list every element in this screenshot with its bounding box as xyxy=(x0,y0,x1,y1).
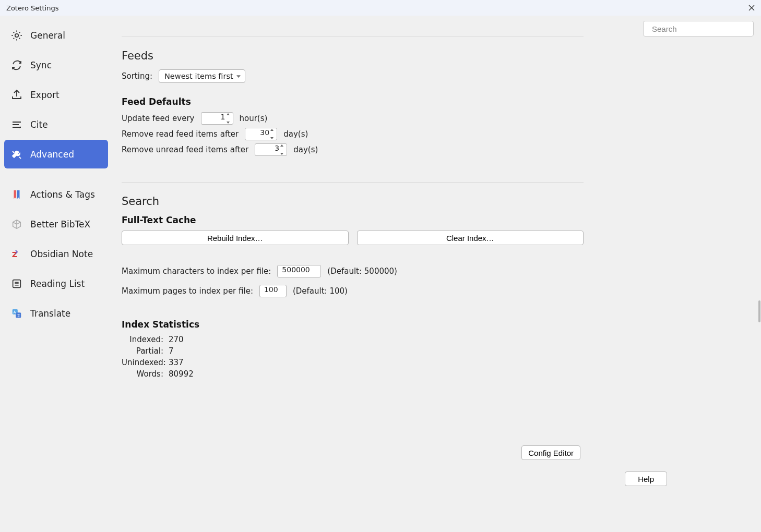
export-icon xyxy=(10,89,23,101)
feeds-sorting-row: Sorting: Newest items first xyxy=(122,69,584,83)
svg-point-0 xyxy=(15,33,18,37)
clear-index-button[interactable]: Clear Index… xyxy=(357,231,584,245)
sidebar-item-reading-list[interactable]: Reading List xyxy=(4,269,108,298)
content-scroll: Feeds Sorting: Newest items first Feed D… xyxy=(122,16,584,475)
max-chars-input[interactable]: 500000 xyxy=(277,265,321,277)
remove-read-input[interactable]: 30 xyxy=(245,128,277,140)
sorting-select[interactable]: Newest items first xyxy=(159,69,245,83)
stat-unindexed-value: 337 xyxy=(169,358,584,367)
feed-defaults-heading: Feed Defaults xyxy=(122,96,584,107)
max-pages-row: Maximum pages to index per file: 100 (De… xyxy=(122,285,584,297)
bibtex-icon xyxy=(10,218,23,231)
stat-unindexed-label: Unindexed: xyxy=(122,358,163,367)
sidebar-item-label: Obsidian Note xyxy=(30,249,93,259)
sidebar-item-label: Export xyxy=(30,90,60,100)
sidebar-item-general[interactable]: General xyxy=(4,21,108,50)
sync-icon xyxy=(10,59,23,71)
spinner-icon xyxy=(227,113,232,124)
window-title: Zotero Settings xyxy=(6,4,746,12)
tools-icon xyxy=(10,148,23,161)
obsidian-icon: Z xyxy=(10,248,23,260)
cache-button-row: Rebuild Index… Clear Index… xyxy=(122,231,584,245)
sorting-label: Sorting: xyxy=(122,71,152,81)
sidebar-item-cite[interactable]: Cite xyxy=(4,110,108,139)
fulltext-cache-heading: Full-Text Cache xyxy=(122,215,584,225)
stat-words-value: 80992 xyxy=(169,369,584,379)
stat-words-label: Words: xyxy=(122,369,163,379)
scrollbar-thumb[interactable] xyxy=(758,300,760,322)
update-feed-row: Update feed every 1 hour(s) xyxy=(122,112,584,125)
spinner-icon xyxy=(280,144,286,155)
spinner-icon xyxy=(270,129,276,139)
search-input[interactable] xyxy=(651,24,752,34)
sidebar-item-advanced[interactable]: Advanced xyxy=(4,140,108,168)
gear-icon xyxy=(10,29,23,42)
sidebar-item-label: Advanced xyxy=(30,149,74,160)
main-panel: Feeds Sorting: Newest items first Feed D… xyxy=(112,16,761,532)
titlebar: Zotero Settings xyxy=(0,0,761,16)
update-feed-label: Update feed every xyxy=(122,114,195,123)
sidebar-item-label: Cite xyxy=(30,119,48,130)
config-editor-button[interactable]: Config Editor xyxy=(521,445,580,460)
max-pages-label: Maximum pages to index per file: xyxy=(122,286,253,296)
remove-read-unit: day(s) xyxy=(283,129,308,139)
max-pages-default: (Default: 100) xyxy=(293,286,348,296)
translate-icon: A文 xyxy=(10,307,23,320)
stat-indexed-value: 270 xyxy=(169,335,584,344)
stat-partial-value: 7 xyxy=(169,346,584,356)
remove-unread-label: Remove unread feed items after xyxy=(122,145,248,154)
settings-search[interactable] xyxy=(643,21,754,37)
sidebar-item-label: General xyxy=(30,30,65,41)
max-pages-input[interactable]: 100 xyxy=(259,285,287,297)
max-chars-row: Maximum characters to index per file: 50… xyxy=(122,265,584,277)
feeds-heading: Feeds xyxy=(122,50,584,62)
sidebar-item-label: Better BibTeX xyxy=(30,219,90,229)
index-stats-heading: Index Statistics xyxy=(122,319,584,330)
divider xyxy=(122,182,584,183)
list-icon xyxy=(10,277,23,290)
sidebar-item-translate[interactable]: A文 Translate xyxy=(4,299,108,328)
bookmark-icon xyxy=(10,188,23,201)
max-chars-label: Maximum characters to index per file: xyxy=(122,267,271,276)
search-heading: Search xyxy=(122,195,584,208)
update-feed-input[interactable]: 1 xyxy=(201,112,233,125)
update-feed-unit: hour(s) xyxy=(240,114,268,123)
sidebar-item-label: Actions & Tags xyxy=(30,189,95,200)
remove-unread-input[interactable]: 3 xyxy=(255,143,287,156)
sidebar-item-obsidian-note[interactable]: Z Obsidian Note xyxy=(4,239,108,268)
sidebar-item-better-bibtex[interactable]: Better BibTeX xyxy=(4,210,108,238)
rebuild-index-button[interactable]: Rebuild Index… xyxy=(122,231,349,245)
divider xyxy=(122,37,584,37)
sorting-value: Newest items first xyxy=(164,72,233,80)
sidebar-item-sync[interactable]: Sync xyxy=(4,51,108,79)
remove-read-label: Remove read feed items after xyxy=(122,129,239,139)
sidebar-item-actions-tags[interactable]: Actions & Tags xyxy=(4,180,108,209)
remove-unread-unit: day(s) xyxy=(293,145,318,154)
close-button[interactable] xyxy=(746,3,757,13)
max-chars-default: (Default: 500000) xyxy=(327,267,397,276)
cite-icon xyxy=(10,118,23,131)
svg-text:A: A xyxy=(14,310,16,315)
sidebar-item-label: Sync xyxy=(30,60,52,70)
svg-text:文: 文 xyxy=(17,313,20,318)
remove-unread-row: Remove unread feed items after 3 day(s) xyxy=(122,143,584,156)
sidebar-item-export[interactable]: Export xyxy=(4,80,108,109)
sidebar: General Sync Export Cite xyxy=(0,16,112,532)
sidebar-item-label: Reading List xyxy=(30,279,85,289)
help-button[interactable]: Help xyxy=(625,471,667,486)
close-icon xyxy=(748,5,755,11)
index-stats: Indexed: 270 Partial: 7 Unindexed: 337 W… xyxy=(122,335,584,379)
remove-read-row: Remove read feed items after 30 day(s) xyxy=(122,128,584,140)
stat-partial-label: Partial: xyxy=(122,346,163,356)
stat-indexed-label: Indexed: xyxy=(122,335,163,344)
sidebar-item-label: Translate xyxy=(30,308,70,319)
